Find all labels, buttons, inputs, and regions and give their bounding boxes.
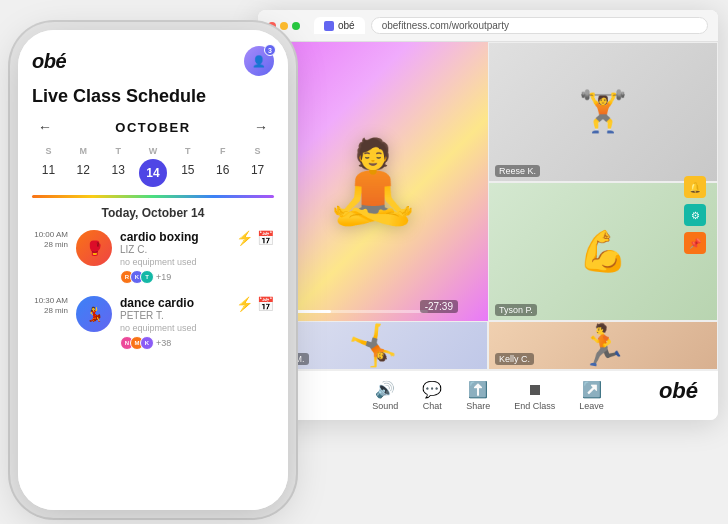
chat-label: Chat: [423, 401, 442, 411]
right-control-3[interactable]: 📌: [684, 232, 706, 254]
end-class-button[interactable]: ⏹ End Class: [514, 381, 555, 411]
share-button[interactable]: ⬆️ Share: [466, 380, 490, 411]
browser-content: 🧘 -27:39 🏋️ Reese K. 💪 Tyson P. 🤸 Sandi …: [258, 42, 718, 420]
phone-screen: obé 👤 3 Live Class Schedule ← OCTOBER → …: [18, 30, 288, 510]
class-info-2: dance cardio PETER T. no equipment used …: [120, 296, 228, 350]
class-thumbnail-2: 💃: [76, 296, 112, 332]
class-name-1: cardio boxing: [120, 230, 228, 244]
chat-button[interactable]: 💬 Chat: [422, 380, 442, 411]
participant-figure-1: 🏋️: [489, 43, 717, 181]
day-13[interactable]: 13: [102, 159, 135, 187]
class-thumbnail-1: 🥊: [76, 230, 112, 266]
class-info-1: cardio boxing LIZ C. no equipment used R…: [120, 230, 228, 284]
participant-avatars-2: N M K: [120, 336, 154, 350]
participant-name-2: Tyson P.: [495, 304, 537, 316]
class-item-2: 10:30 AM 28 min 💃 dance cardio PETER T. …: [32, 296, 274, 350]
sound-icon: 🔊: [375, 380, 395, 399]
leave-icon: ↗️: [582, 380, 602, 399]
share-label: Share: [466, 401, 490, 411]
day-header-s2: S: [241, 145, 274, 157]
month-label: OCTOBER: [115, 120, 190, 135]
participant-avatar-1c: T: [140, 270, 154, 284]
participant-video-1: 🏋️ Reese K.: [488, 42, 718, 182]
leave-button[interactable]: ↗️ Leave: [579, 380, 604, 411]
phone-header: obé 👤 3: [32, 46, 274, 76]
schedule-title: Live Class Schedule: [32, 86, 274, 107]
video-progress-bar[interactable]: [266, 310, 428, 313]
main-video: 🧘 -27:39: [258, 42, 488, 321]
right-control-1[interactable]: 🔔: [684, 176, 706, 198]
day-11[interactable]: 11: [32, 159, 65, 187]
participant-video-4: 🏃 Kelly C.: [488, 321, 718, 370]
instructor-figure: 🧘: [323, 135, 423, 229]
avatar-badge: 3: [264, 44, 276, 56]
participant-figure-2: 💪: [489, 183, 717, 321]
end-class-icon: ⏹: [527, 381, 543, 399]
day-17[interactable]: 17: [241, 159, 274, 187]
right-control-2[interactable]: ⚙: [684, 204, 706, 226]
class-time-1: 10:00 AM 28 min: [32, 230, 68, 251]
day-header-f: F: [206, 145, 239, 157]
class-actions-2: ⚡ 📅: [236, 296, 274, 312]
video-grid: 🧘 -27:39 🏋️ Reese K. 💪 Tyson P. 🤸 Sandi …: [258, 42, 718, 370]
today-label: Today, October 14: [32, 206, 274, 220]
phone-logo: obé: [32, 50, 66, 73]
class-instructor-2: PETER T.: [120, 310, 228, 321]
share-icon: ⬆️: [468, 380, 488, 399]
class-item-1: 10:00 AM 28 min 🥊 cardio boxing LIZ C. n…: [32, 230, 274, 284]
month-nav: ← OCTOBER →: [32, 117, 274, 137]
participant-name-4: Kelly C.: [495, 353, 534, 365]
url-bar[interactable]: obefitness.com/workoutparty: [371, 17, 708, 34]
sound-button[interactable]: 🔊 Sound: [372, 380, 398, 411]
gradient-line: [32, 195, 274, 198]
class-participants-2: N M K +38: [120, 336, 228, 350]
maximize-window-button[interactable]: [292, 22, 300, 30]
day-14[interactable]: 14: [139, 159, 167, 187]
class-time-2: 10:30 AM 28 min: [32, 296, 68, 317]
participant-name-1: Reese K.: [495, 165, 540, 177]
prev-month-button[interactable]: ←: [32, 117, 58, 137]
calendar-add-icon-2[interactable]: 📅: [257, 296, 274, 312]
class-instructor-1: LIZ C.: [120, 244, 228, 255]
participant-avatars-1: R K T: [120, 270, 154, 284]
browser-window-controls: [268, 22, 300, 30]
day-15[interactable]: 15: [171, 159, 204, 187]
browser-mockup: obé obefitness.com/workoutparty 🧘 -27:39…: [258, 10, 718, 420]
day-header-t2: T: [171, 145, 204, 157]
participant-avatar-2c: K: [140, 336, 154, 350]
day-12[interactable]: 12: [67, 159, 100, 187]
browser-tab[interactable]: obé: [314, 17, 365, 34]
browser-bar: obé obefitness.com/workoutparty: [258, 10, 718, 42]
class-equipment-2: no equipment used: [120, 323, 228, 333]
participant-count-2: +38: [156, 338, 171, 348]
end-class-label: End Class: [514, 401, 555, 411]
tab-title: obé: [338, 20, 355, 31]
day-header-s1: S: [32, 145, 65, 157]
leave-label: Leave: [579, 401, 604, 411]
filter-icon-1[interactable]: ⚡: [236, 230, 253, 246]
calendar-add-icon-1[interactable]: 📅: [257, 230, 274, 246]
minimize-window-button[interactable]: [280, 22, 288, 30]
obe-watermark: obé: [659, 378, 698, 404]
class-actions-1: ⚡ 📅: [236, 230, 274, 246]
day-header-m: M: [67, 145, 100, 157]
next-month-button[interactable]: →: [248, 117, 274, 137]
class-equipment-1: no equipment used: [120, 257, 228, 267]
chat-icon: 💬: [422, 380, 442, 399]
video-timer: -27:39: [420, 300, 458, 313]
sound-label: Sound: [372, 401, 398, 411]
video-toolbar: 🔊 Sound 💬 Chat ⬆️ Share ⏹ End Class ↗️ L…: [258, 370, 718, 420]
close-window-button[interactable]: [268, 22, 276, 30]
filter-icon-2[interactable]: ⚡: [236, 296, 253, 312]
phone-mockup: obé 👤 3 Live Class Schedule ← OCTOBER → …: [18, 30, 288, 510]
class-name-2: dance cardio: [120, 296, 228, 310]
calendar-days: S M T W T F S 11 12 13 14 15 16 17: [32, 145, 274, 187]
right-controls: 🔔 ⚙ 📌: [684, 176, 706, 254]
participant-count-1: +19: [156, 272, 171, 282]
participant-video-3: 🤸 Sandi M.: [258, 321, 488, 370]
class-participants-1: R K T +19: [120, 270, 228, 284]
day-header-w: W: [137, 145, 170, 157]
day-16[interactable]: 16: [206, 159, 239, 187]
tab-favicon: [324, 21, 334, 31]
phone-avatar[interactable]: 👤 3: [244, 46, 274, 76]
